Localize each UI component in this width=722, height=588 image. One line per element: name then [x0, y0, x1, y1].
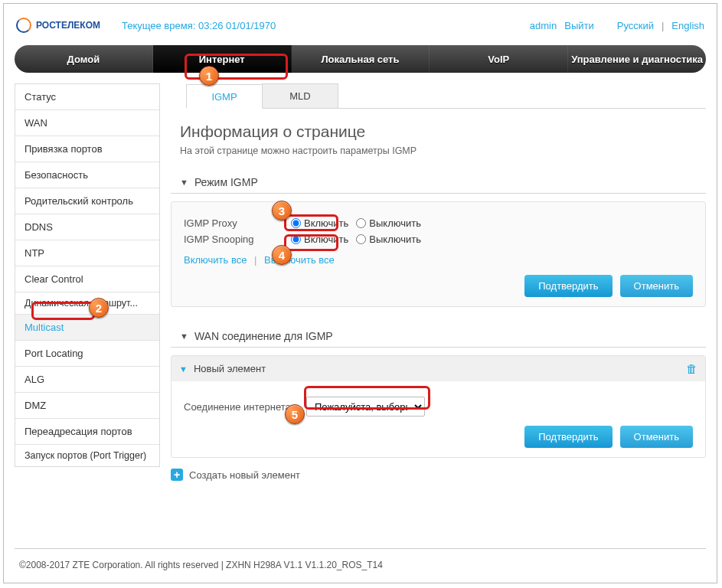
main-nav: Домой Интернет Локальная сеть VoIP Управ…: [15, 45, 706, 73]
sidebar-item-dmz[interactable]: DMZ: [15, 393, 159, 419]
sidebar-item-ddns[interactable]: DDNS: [15, 214, 159, 240]
panel-igmp-mode: IGMP Proxy Включить Выключить IGMP Snoop…: [171, 201, 706, 307]
tab-lan[interactable]: Локальная сеть: [292, 45, 430, 73]
brand-text: РОСТЕЛЕКОМ: [36, 20, 100, 31]
logo-mark-icon: [16, 18, 31, 33]
wan-confirm-button[interactable]: Подтвердить: [524, 426, 612, 448]
expand-icon: ▼: [179, 364, 188, 374]
collapse-icon: ▼: [180, 332, 188, 341]
radio-igmp-snooping-off[interactable]: Выключить: [356, 234, 421, 245]
brand-logo: РОСТЕЛЕКОМ: [16, 18, 100, 33]
user-link[interactable]: admin: [530, 20, 557, 31]
sidebar-item-routing[interactable]: Динамическая маршрут...: [15, 292, 159, 315]
sidebar-item-multicast[interactable]: Multicast: [15, 315, 159, 341]
lang-en[interactable]: English: [671, 20, 704, 31]
radio-igmp-proxy-on[interactable]: Включить: [291, 217, 348, 229]
panel-new-item: ▼ Новый элемент 🗑 Соединение интернета П…: [171, 355, 706, 458]
igmp-confirm-button[interactable]: Подтвердить: [524, 275, 612, 297]
radio-igmp-proxy-off[interactable]: Выключить: [356, 217, 421, 229]
sidebar-item-parental[interactable]: Родительский контроль: [15, 188, 159, 214]
footer-text: ©2008-2017 ZTE Corporation. All rights r…: [15, 548, 706, 575]
current-time: Текущее время: 03:26 01/01/1970: [122, 20, 276, 31]
subtab-mld[interactable]: MLD: [262, 83, 338, 108]
label-internet-connection: Соединение интернета: [184, 401, 306, 413]
new-item-label: Новый элемент: [194, 363, 266, 374]
internet-connection-select[interactable]: Пожалуйста, выбери: [306, 397, 425, 416]
subtabs: IGMP MLD: [186, 83, 706, 109]
enable-all-link[interactable]: Включить все: [184, 254, 247, 266]
logout-link[interactable]: Выйти: [564, 20, 594, 31]
tab-internet[interactable]: Интернет: [153, 45, 292, 73]
page-title: Информация о странице: [180, 122, 706, 141]
sidebar-item-clearcontrol[interactable]: Clear Control: [15, 266, 159, 292]
sidebar-item-wan[interactable]: WAN: [15, 110, 159, 136]
radio-igmp-snooping-on[interactable]: Включить: [291, 234, 348, 245]
tab-home[interactable]: Домой: [15, 45, 153, 73]
delete-icon[interactable]: 🗑: [686, 362, 697, 375]
tab-management[interactable]: Управление и диагностика: [568, 45, 706, 73]
label-igmp-proxy: IGMP Proxy: [184, 217, 291, 229]
sidebar-item-portlocating[interactable]: Port Locating: [15, 341, 159, 367]
sidebar-item-status[interactable]: Статус: [15, 84, 159, 110]
tab-voip[interactable]: VoIP: [430, 45, 568, 73]
page-desc: На этой странице можно настроить парамет…: [180, 145, 706, 156]
sidebar: Статус WAN Привязка портов Безопасность …: [15, 83, 160, 467]
sidebar-item-alg[interactable]: ALG: [15, 367, 159, 393]
wan-cancel-button[interactable]: Отменить: [620, 426, 693, 448]
disable-all-link[interactable]: Выключить все: [264, 254, 335, 266]
subtab-igmp[interactable]: IGMP: [186, 84, 263, 109]
plus-icon: +: [171, 469, 183, 481]
sidebar-item-security[interactable]: Безопасность: [15, 162, 159, 188]
sidebar-item-ntp[interactable]: NTP: [15, 240, 159, 266]
lang-ru[interactable]: Русский: [617, 20, 654, 31]
section-wan-igmp[interactable]: ▼ WAN соединение для IGMP: [171, 322, 706, 348]
sidebar-item-porttrigger[interactable]: Запуск портов (Port Trigger): [15, 445, 159, 466]
collapse-icon: ▼: [180, 178, 188, 187]
sidebar-item-port-binding[interactable]: Привязка портов: [15, 136, 159, 162]
sidebar-item-portforward[interactable]: Переадресация портов: [15, 419, 159, 445]
section-igmp-mode[interactable]: ▼ Режим IGMP: [171, 168, 706, 194]
create-new-item[interactable]: + Создать новый элемент: [171, 469, 706, 481]
igmp-cancel-button[interactable]: Отменить: [620, 275, 693, 297]
label-igmp-snooping: IGMP Snooping: [184, 234, 291, 245]
